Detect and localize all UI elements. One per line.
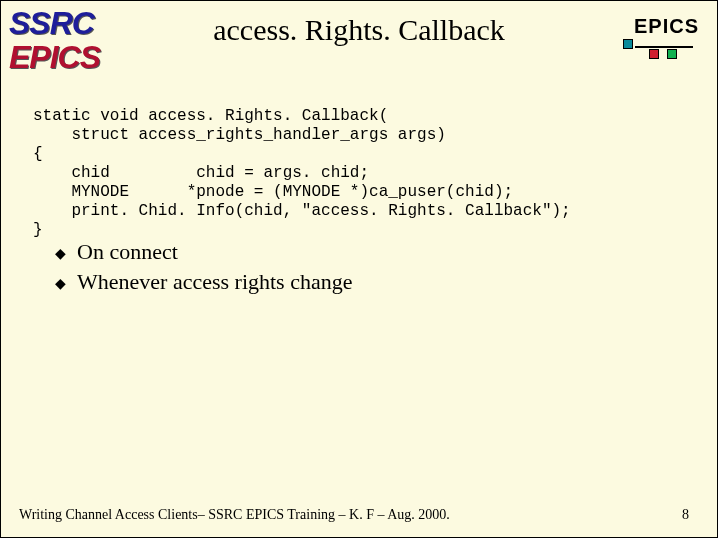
epics-brand-label: EPICS (634, 15, 699, 38)
bullet-text: On connect (77, 239, 178, 264)
logo-ssrc: SSRC (9, 5, 94, 42)
logo-epics: EPICS (9, 39, 100, 76)
page-number: 8 (682, 507, 689, 523)
epics-brand-icon (623, 39, 699, 59)
list-item: ◆On connect (55, 239, 352, 265)
slide: SSRC EPICS access. Rights. Callback EPIC… (0, 0, 718, 538)
footer-text: Writing Channel Access Clients– SSRC EPI… (19, 507, 450, 523)
bullet-list: ◆On connect ◆Whenever access rights chan… (55, 239, 352, 299)
slide-title: access. Rights. Callback (121, 13, 597, 47)
bullet-icon: ◆ (55, 275, 77, 292)
bullet-text: Whenever access rights change (77, 269, 352, 294)
list-item: ◆Whenever access rights change (55, 269, 352, 295)
code-block: static void access. Rights. Callback( st… (33, 107, 571, 240)
bullet-icon: ◆ (55, 245, 77, 262)
